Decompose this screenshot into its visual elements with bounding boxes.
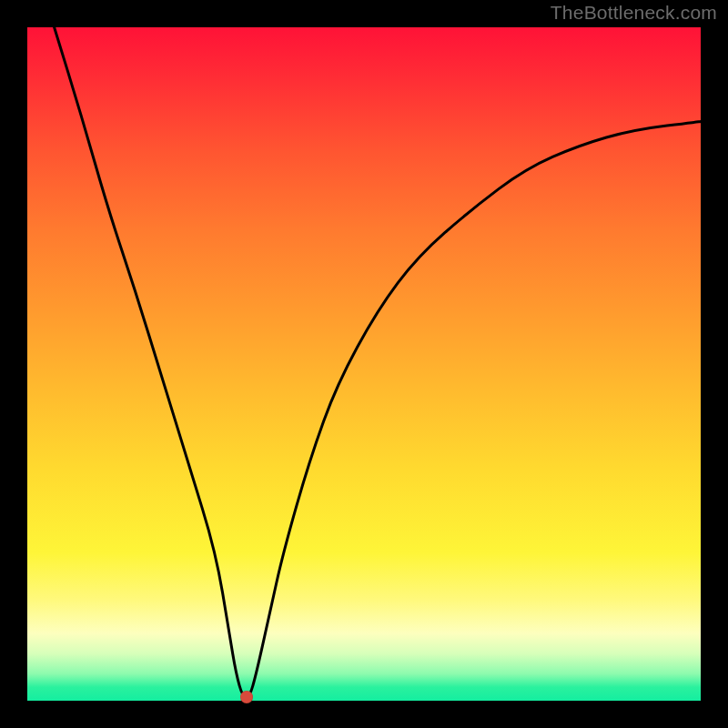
chart-frame: TheBottleneck.com xyxy=(0,0,728,728)
watermark-text: TheBottleneck.com xyxy=(551,2,717,24)
plot-area xyxy=(27,27,701,701)
bottleneck-curve xyxy=(27,27,701,701)
curve-path xyxy=(55,27,701,697)
optimum-marker xyxy=(240,691,253,703)
